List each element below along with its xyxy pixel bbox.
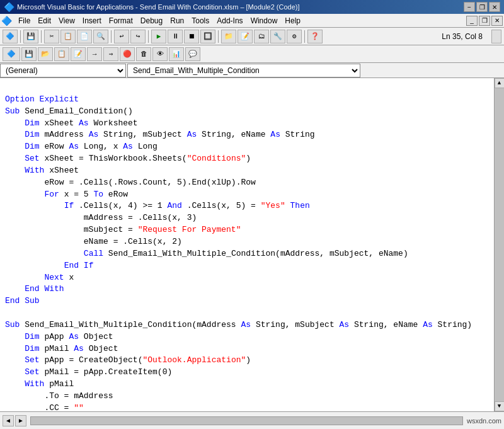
toolbar-scroll[interactable] [491,30,501,43]
object-dropdown[interactable]: (General) [0,64,126,77]
dropdowns-row: (General) Send_Email_With_Multiple_Condi… [0,63,504,78]
prev-btn[interactable]: ◄ [3,415,14,426]
toolbar-icon-btn[interactable]: 🔷 [3,30,18,43]
title-bar: 🔷 Microsoft Visual Basic for Application… [0,0,504,14]
code-display: Option Explicit Sub Send_Email_Condition… [0,81,494,411]
procedure-dropdown[interactable]: Send_Email_With_Multiple_Condition [127,64,360,77]
next-btn[interactable]: ► [15,415,26,426]
inner-close-button[interactable]: ✕ [491,16,503,26]
toolbar2-bp[interactable]: 🔴 [120,47,135,61]
sep2 [41,30,42,43]
toolbar-design-btn[interactable]: 🔲 [200,30,215,43]
app-icon: 🔷 [4,2,14,12]
sep4 [148,30,149,43]
restore-button[interactable]: ❒ [476,2,488,12]
app-small-icon: 🔷 [1,16,12,26]
toolbar2-open[interactable]: 📂 [38,47,53,61]
toolbar2-locals[interactable]: 📊 [169,47,184,61]
toolbar2-props2[interactable]: 📋 [54,47,69,61]
toolbar-project-btn[interactable]: 📁 [221,30,236,43]
title-text: Microsoft Visual Basic for Applications … [17,3,300,11]
menu-tools[interactable]: Tools [188,15,213,26]
toolbar2-save2[interactable]: 💾 [21,47,37,61]
toolbar2-watch[interactable]: 👁 [152,47,168,61]
toolbar-row2: 🔷 💾 📂 📋 📝 → ⇒ 🔴 🗑 👁 📊 💬 [0,45,504,63]
toolbar-cut-btn[interactable]: ✂ [44,30,59,43]
menu-run[interactable]: Run [166,15,188,26]
menu-debug[interactable]: Debug [137,15,166,26]
inner-restore-button[interactable]: ❒ [479,16,490,26]
menu-window[interactable]: Window [247,15,282,26]
menu-bar: 🔷 File Edit View Insert Format Debug Run… [0,14,504,28]
menu-insert[interactable]: Insert [79,15,105,26]
toolbar-props-btn[interactable]: 📝 [238,30,253,43]
code-container[interactable]: Option Explicit Sub Send_Email_Condition… [0,78,494,411]
scroll-track[interactable] [495,88,505,401]
nav-arrows: ◄ ► [3,415,26,426]
toolbar2-clear[interactable]: 🗑 [136,47,151,61]
toolbar2-icon[interactable]: 🔷 [3,47,20,61]
toolbar-copy-btn[interactable]: 📋 [60,30,76,43]
close-button[interactable]: ✕ [489,2,500,12]
toolbar-debug2-btn[interactable]: ⚙ [287,30,302,43]
scroll-down-btn[interactable]: ▼ [495,401,505,411]
toolbar2-imm[interactable]: 💬 [185,47,200,61]
scroll-up-btn[interactable]: ▲ [495,78,505,88]
toolbar-pause-btn[interactable]: ⏸ [168,30,183,43]
toolbar-save-btn[interactable]: 💾 [23,30,38,43]
toolbar-paste-btn[interactable]: 📄 [77,30,92,43]
sep1 [20,30,21,43]
toolbar-row1: 🔷 💾 ✂ 📋 📄 🔍 ↩ ↪ ▶ ⏸ ⏹ 🔲 📁 📝 🗂 🔧 ⚙ ❓ Ln 3… [0,28,504,45]
toolbar-undo-btn[interactable]: ↩ [114,30,129,43]
toolbar2-step[interactable]: → [87,47,102,61]
toolbar-stop-btn[interactable]: ⏹ [184,30,199,43]
sep6 [304,30,305,43]
menu-file[interactable]: File [14,15,34,26]
menu-addins[interactable]: Add-Ins [213,15,246,26]
horizontal-scrollbar[interactable] [30,416,463,425]
toolbar-find-btn[interactable]: 🔍 [93,30,108,43]
toolbar-run-btn[interactable]: ▶ [151,30,166,43]
inner-min-button[interactable]: _ [466,16,478,26]
toolbar-debug1-btn[interactable]: 🔧 [270,30,285,43]
code-editor: Option Explicit Sub Send_Email_Condition… [0,78,504,411]
toolbar-redo-btn[interactable]: ↪ [130,30,146,43]
vertical-scrollbar[interactable]: ▲ ▼ [494,78,504,411]
menu-edit[interactable]: Edit [34,15,55,26]
status-bar: ◄ ► wsxdn.com [0,411,504,429]
sep5 [218,30,219,43]
watermark: wsxdn.com [467,417,501,425]
toolbar-help-btn[interactable]: ❓ [307,30,323,43]
toolbar-obj-btn[interactable]: 🗂 [254,30,269,43]
menu-view[interactable]: View [55,15,79,26]
status-position: Ln 35, Col 8 [442,32,488,41]
minimize-button[interactable]: − [464,2,475,12]
toolbar2-module[interactable]: 📝 [71,47,86,61]
sep3 [111,30,112,43]
menu-format[interactable]: Format [105,15,137,26]
toolbar2-step2[interactable]: ⇒ [103,47,118,61]
menu-help[interactable]: Help [281,15,304,26]
